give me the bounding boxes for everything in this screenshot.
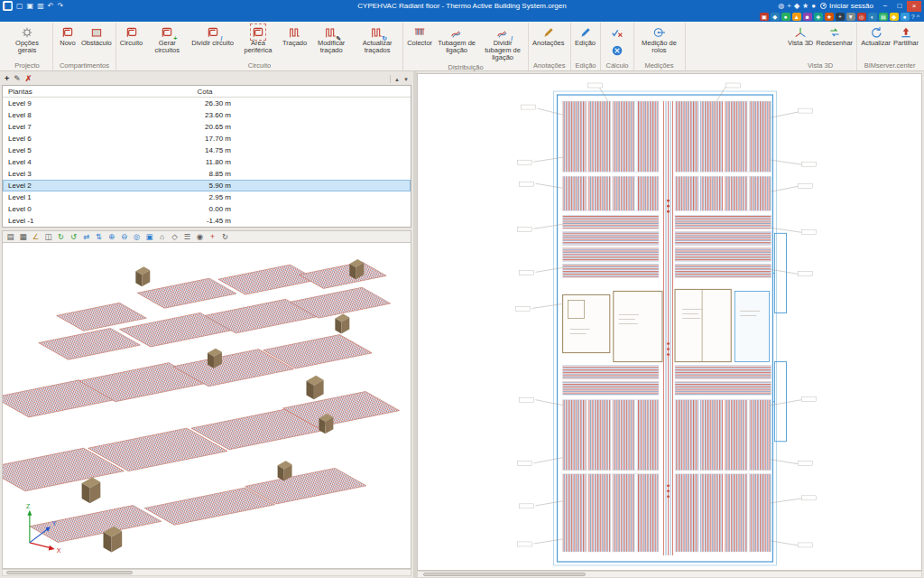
level-row[interactable]: Level 12.95 m <box>3 191 411 203</box>
help-icon[interactable]: ? <box>911 13 915 21</box>
linked-app-icon[interactable]: ▤ <box>879 13 888 21</box>
level-row[interactable]: Level 411.80 m <box>3 156 411 168</box>
zoom-extents-icon[interactable]: ◎ <box>131 231 143 242</box>
cancel-calculation-button[interactable] <box>608 42 626 59</box>
linked-app-icon[interactable]: ● <box>901 13 910 21</box>
dividir-circuito-button[interactable]: / Dividir circuito <box>190 23 235 48</box>
move-down-button[interactable]: ▼ <box>403 77 409 82</box>
dividir-tubagem-button[interactable]: / Dividir tubagem de ligação <box>480 23 525 62</box>
axes-icon[interactable]: + <box>207 231 218 242</box>
linked-app-icon[interactable]: ▣ <box>760 13 769 21</box>
zoom-window-icon[interactable]: ▣ <box>143 231 155 242</box>
novo-button[interactable]: Novo <box>56 23 79 48</box>
pan-horizontal-icon[interactable]: ⇄ <box>80 231 92 242</box>
level-row-selected[interactable]: Level 25.90 m <box>3 180 411 191</box>
linked-app-icon[interactable]: ▲ <box>792 13 801 21</box>
linked-app-icon[interactable]: + <box>836 13 845 21</box>
edit-level-button[interactable]: ✎ <box>14 74 21 84</box>
linked-app-icon[interactable]: ◈ <box>814 13 823 21</box>
level-row[interactable]: Level 514.75 m <box>3 144 411 156</box>
scrollbar-thumb[interactable] <box>423 573 586 576</box>
level-row[interactable]: Level -1-1.45 m <box>3 215 411 227</box>
linked-app-icon[interactable]: ★ <box>825 13 834 21</box>
redesenhar-button[interactable]: Redesenhar <box>815 23 854 48</box>
plan-view-canvas[interactable] <box>417 73 922 571</box>
coil-split-icon: / <box>206 24 220 40</box>
opcoes-gerais-button[interactable]: Opções gerais <box>5 23 50 55</box>
level-row[interactable]: Level 720.65 m <box>3 121 411 133</box>
obstaculo-button[interactable]: Obstáculo <box>80 23 113 48</box>
export-image-icon[interactable]: ▦ <box>17 231 29 242</box>
linked-app-icon[interactable]: ◆ <box>771 13 780 21</box>
open-icon[interactable]: ▣ <box>27 1 34 11</box>
horizontal-scrollbar[interactable] <box>417 571 922 578</box>
modificar-tracado-button[interactable]: ✎ Modificar traçado <box>309 23 354 55</box>
check-x-icon <box>610 24 624 40</box>
calculate-button[interactable] <box>608 23 626 41</box>
edicao-button[interactable]: Edição <box>574 23 597 48</box>
orbit-icon[interactable]: ↻ <box>55 231 67 242</box>
partilhar-button[interactable]: Partilhar <box>892 23 919 48</box>
zoom-out-icon[interactable]: ⊖ <box>118 231 130 242</box>
colector-button[interactable]: Colector <box>406 23 433 48</box>
add-icon[interactable]: + <box>787 1 791 11</box>
zoom-in-icon[interactable]: ⊕ <box>106 231 117 242</box>
linked-app-icon[interactable]: ● <box>781 13 790 21</box>
views-icon[interactable]: ☰ <box>181 231 193 242</box>
3d-view-canvas[interactable]: Z X Y <box>2 243 411 569</box>
section-icon[interactable]: ◫ <box>42 231 54 242</box>
apps-icon[interactable]: ◆ <box>794 1 799 11</box>
column-header-cota[interactable]: Cota <box>179 88 231 96</box>
tubagem-ligacao-button[interactable]: Tubagem de ligação <box>434 23 479 55</box>
close-button[interactable]: × <box>907 1 921 12</box>
tracado-button[interactable]: Traçado <box>282 23 308 48</box>
linked-app-icon[interactable]: ◐ <box>868 13 877 21</box>
status-icon[interactable]: ● <box>811 1 816 11</box>
visibility-icon[interactable]: ◉ <box>194 231 206 242</box>
new-file-icon[interactable]: ▢ <box>16 1 23 11</box>
actualizar-button[interactable]: Actualizar <box>860 23 892 48</box>
favorites-icon[interactable]: ★ <box>802 1 808 11</box>
add-level-button[interactable]: + <box>5 74 9 84</box>
scrollbar-thumb[interactable] <box>6 571 133 574</box>
print-icon[interactable]: ▤ <box>5 231 16 242</box>
perspective-icon[interactable]: ◇ <box>169 231 180 242</box>
refresh-icon[interactable]: ↻ <box>219 231 231 242</box>
quick-access-toolbar: ▦ ▢ ▣ ▥ ↶ ↷ <box>3 1 63 11</box>
linked-app-icon[interactable]: ▼ <box>846 13 855 21</box>
pan-vertical-icon[interactable]: ⇅ <box>93 231 105 242</box>
globe-icon[interactable]: ◍ <box>778 1 784 11</box>
linked-app-icon[interactable]: ◆ <box>890 13 899 21</box>
level-row[interactable]: Level 38.85 m <box>3 168 411 180</box>
sign-in-button[interactable]: Iniciar sessão <box>820 2 873 10</box>
level-row[interactable]: Level 617.70 m <box>3 133 411 144</box>
column-header-plantas[interactable]: Plantas <box>3 88 179 96</box>
rotate-left-icon[interactable]: ↺ <box>68 231 79 242</box>
maximize-button[interactable]: □ <box>892 1 907 12</box>
linked-app-icon[interactable]: ◎ <box>857 13 866 21</box>
app-logo-icon[interactable]: ▦ <box>3 1 13 11</box>
area-periferica-button[interactable]: Área periférica <box>236 23 281 55</box>
horizontal-scrollbar[interactable] <box>2 569 411 576</box>
vista-3d-button[interactable]: Vista 3D <box>787 23 814 48</box>
save-icon[interactable]: ▥ <box>37 1 44 11</box>
anotacoes-button[interactable]: Anotações <box>531 23 565 48</box>
level-row[interactable]: Level 926.30 m <box>3 98 411 109</box>
redo-icon[interactable]: ↷ <box>57 1 63 11</box>
medicao-rolos-button[interactable]: Medição de rolos <box>637 23 682 55</box>
move-up-button[interactable]: ▲ <box>394 77 400 82</box>
undo-icon[interactable]: ↶ <box>48 1 54 11</box>
level-row[interactable]: Level 823.60 m <box>3 109 411 121</box>
actualizar-tracados-button[interactable]: ↻ Actualizar traçados <box>355 23 400 55</box>
level-row[interactable]: Level 00.00 m <box>3 203 411 215</box>
user-icon <box>820 3 827 9</box>
linked-app-icon[interactable]: ■ <box>803 13 812 21</box>
circuito-button[interactable]: Circuito <box>119 23 143 48</box>
share-icon <box>899 24 913 40</box>
measure-icon[interactable]: ∠ <box>30 231 42 242</box>
minimize-button[interactable]: − <box>878 1 892 12</box>
home-view-icon[interactable]: ⌂ <box>156 231 168 242</box>
collapse-chevron-icon[interactable]: ^ <box>917 13 919 21</box>
delete-level-button[interactable]: ✗ <box>25 74 32 84</box>
gerar-circuitos-button[interactable]: + Gerar circuitos <box>144 23 189 55</box>
